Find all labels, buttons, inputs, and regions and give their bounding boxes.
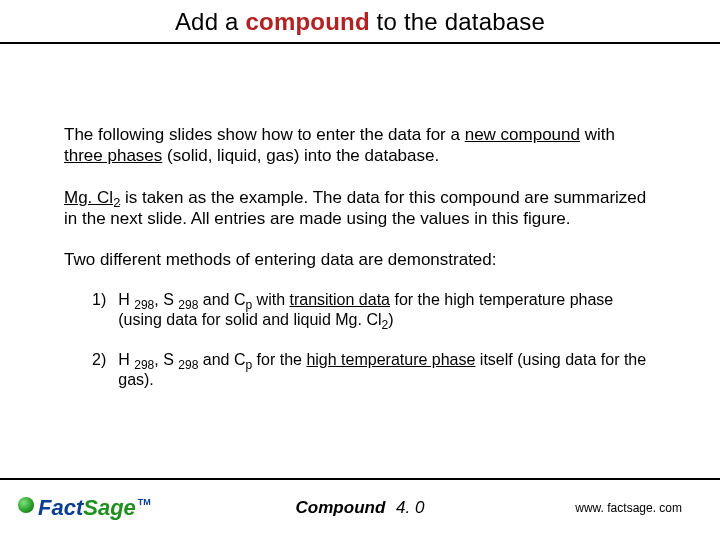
list-text-2: H 298, S 298 and Cp for the high tempera… bbox=[118, 350, 656, 390]
p3-text: Two different methods of entering data a… bbox=[64, 250, 497, 269]
paragraph-2: Mg. Cl2 is taken as the example. The dat… bbox=[64, 187, 656, 230]
i2-underline: high temperature phase bbox=[306, 351, 475, 368]
p1-text-b: with bbox=[580, 125, 615, 144]
slide-title: Add a compound to the database bbox=[0, 8, 720, 36]
slide: Add a compound to the database The follo… bbox=[0, 0, 720, 540]
list-item: 2) H 298, S 298 and Cp for the high temp… bbox=[92, 350, 656, 390]
footer-version: 4. 0 bbox=[396, 498, 424, 517]
i1-close: ) bbox=[388, 311, 393, 328]
i2-s: , S bbox=[154, 351, 178, 368]
i1-h: H bbox=[118, 291, 134, 308]
i2-for: for the bbox=[252, 351, 306, 368]
footer-center: Compound 4. 0 bbox=[0, 498, 720, 518]
i1-s: , S bbox=[154, 291, 178, 308]
p2-compound-name: Mg. Cl bbox=[64, 188, 113, 207]
i1-c: and C bbox=[198, 291, 245, 308]
title-area: Add a compound to the database bbox=[0, 0, 720, 44]
title-text-pre: Add a bbox=[175, 8, 246, 35]
paragraph-3: Two different methods of entering data a… bbox=[64, 249, 656, 270]
footer-rule bbox=[0, 478, 720, 480]
footer-compound-label: Compound bbox=[296, 498, 386, 517]
p1-text-c: (solid, liquid, gas) into the database. bbox=[162, 146, 439, 165]
p2-compound: Mg. Cl2 bbox=[64, 188, 120, 207]
paragraph-1: The following slides show how to enter t… bbox=[64, 124, 656, 167]
i1-with: with bbox=[252, 291, 289, 308]
title-text-post: to the database bbox=[370, 8, 545, 35]
list-text-1: H 298, S 298 and Cp with transition data… bbox=[118, 290, 656, 330]
title-keyword: compound bbox=[246, 8, 370, 35]
list-number-1: 1) bbox=[92, 290, 106, 330]
p2-text: is taken as the example. The data for th… bbox=[64, 188, 646, 228]
i2-sub2: 298 bbox=[178, 358, 198, 372]
body-text: The following slides show how to enter t… bbox=[0, 52, 720, 390]
list-number-2: 2) bbox=[92, 350, 106, 390]
title-rule bbox=[0, 42, 720, 44]
i2-c: and C bbox=[198, 351, 245, 368]
p1-underline-1: new compound bbox=[465, 125, 580, 144]
i2-h: H bbox=[118, 351, 134, 368]
list-item: 1) H 298, S 298 and Cp with transition d… bbox=[92, 290, 656, 330]
i1-underline: transition data bbox=[289, 291, 390, 308]
method-list: 1) H 298, S 298 and Cp with transition d… bbox=[92, 290, 656, 390]
p1-text: The following slides show how to enter t… bbox=[64, 125, 465, 144]
p1-underline-2: three phases bbox=[64, 146, 162, 165]
footer: FactSageTM Compound 4. 0 www. factsage. … bbox=[0, 488, 720, 528]
